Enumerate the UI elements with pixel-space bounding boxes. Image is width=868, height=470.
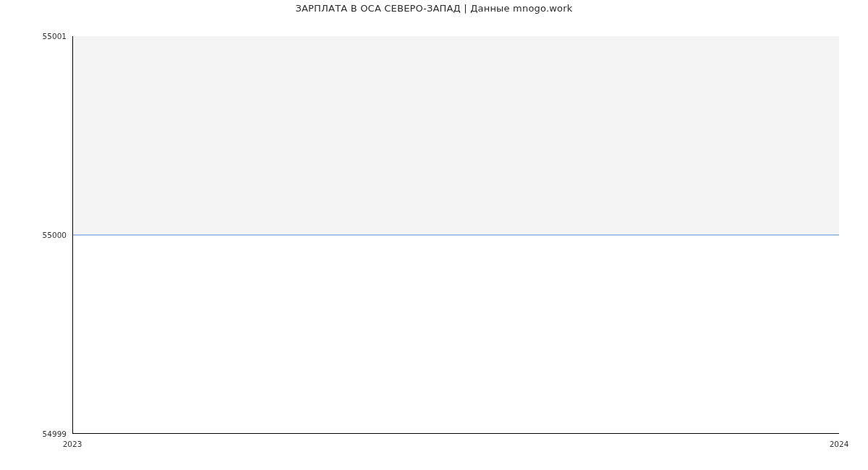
y-axis-spine xyxy=(72,36,73,434)
y-tick-label: 54999 xyxy=(0,430,67,438)
data-line xyxy=(72,235,839,236)
plot-area xyxy=(72,36,839,434)
chart-title: ЗАРПЛАТА В ОСА СЕВЕРО-ЗАПАД | Данные mno… xyxy=(0,3,868,14)
x-tick-label: 2023 xyxy=(63,440,82,448)
y-tick-label: 55001 xyxy=(0,32,67,40)
x-axis-spine xyxy=(72,433,839,434)
shaded-region xyxy=(72,36,839,235)
y-tick-label: 55000 xyxy=(0,231,67,239)
salary-line-chart: ЗАРПЛАТА В ОСА СЕВЕРО-ЗАПАД | Данные mno… xyxy=(0,0,868,448)
x-tick-label: 2024 xyxy=(830,440,849,448)
